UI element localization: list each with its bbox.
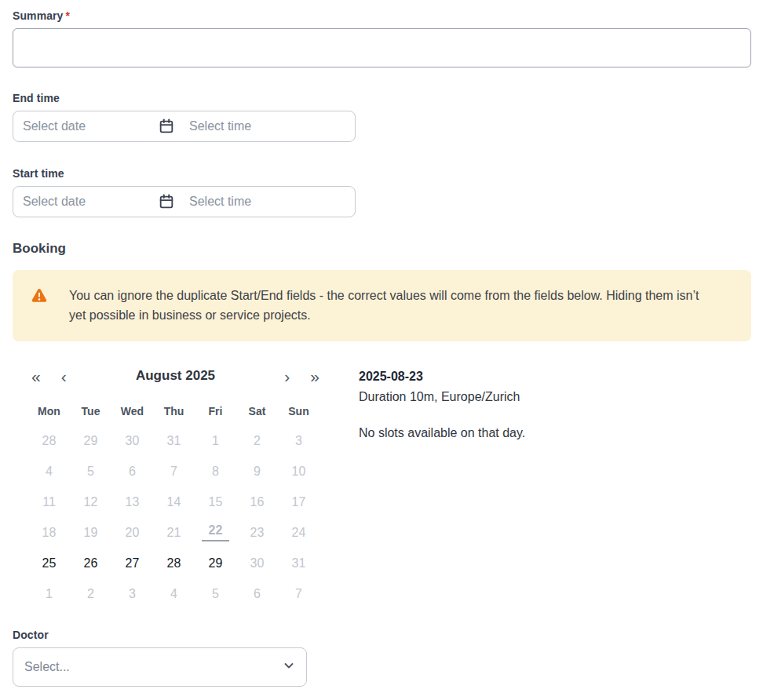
calendar-day: 19 — [70, 517, 111, 548]
weekday-label: Sun — [278, 405, 319, 421]
calendar-day: 5 — [70, 456, 111, 487]
start-time-field[interactable] — [13, 186, 356, 217]
start-time-input[interactable] — [189, 195, 352, 209]
calendar-day: 9 — [236, 456, 278, 487]
calendar-month-title: August 2025 — [70, 368, 282, 384]
calendar-day: 31 — [278, 548, 319, 578]
slot-panel: 2025-08-23 Duration 10m, Europe/Zurich N… — [359, 364, 525, 609]
calendar-day: 28 — [28, 425, 70, 456]
calendar: « ‹ August 2025 › » Mon Tue Wed Thu Fri … — [13, 364, 323, 609]
prev-month-button[interactable]: ‹ — [58, 368, 70, 385]
calendar-day: 21 — [153, 517, 195, 548]
required-asterisk: * — [66, 9, 71, 22]
calendar-day: 3 — [111, 578, 153, 609]
warning-icon — [31, 288, 47, 306]
doctor-field-block: Doctor Select... — [13, 629, 751, 687]
start-time-label: Start time — [13, 167, 751, 180]
doctor-select[interactable]: Select... — [13, 647, 307, 687]
no-slots-message: No slots available on that day. — [359, 426, 525, 440]
doctor-select-placeholder: Select... — [24, 660, 70, 674]
calendar-day: 14 — [153, 487, 195, 517]
calendar-day: 7 — [278, 578, 319, 609]
end-date-input[interactable] — [23, 119, 158, 133]
doctor-label: Doctor — [13, 629, 751, 641]
calendar-day: 17 — [278, 487, 319, 517]
summary-input[interactable] — [13, 28, 751, 67]
calendar-day: 1 — [28, 578, 70, 609]
calendar-icon — [158, 118, 175, 135]
calendar-day: 11 — [28, 487, 70, 517]
calendar-day: 23 — [236, 517, 278, 548]
calendar-day: 1 — [195, 425, 236, 456]
chevron-down-icon — [283, 659, 295, 675]
calendar-day[interactable]: 26 — [70, 548, 111, 578]
calendar-day[interactable]: 29 — [195, 548, 236, 578]
calendar-day: 31 — [153, 425, 195, 456]
weekday-label: Wed — [111, 405, 153, 421]
booking-heading: Booking — [13, 241, 751, 257]
calendar-day: 24 — [278, 517, 319, 548]
calendar-day: 12 — [70, 487, 111, 517]
calendar-day: 22 — [195, 517, 236, 548]
start-date-input[interactable] — [23, 195, 158, 209]
calendar-header: « ‹ August 2025 › » — [28, 364, 323, 388]
weekday-label: Mon — [28, 405, 70, 421]
weekday-label: Tue — [70, 405, 111, 421]
end-time-field[interactable] — [13, 111, 356, 142]
selected-date: 2025-08-23 — [359, 370, 525, 384]
calendar-day: 3 — [278, 425, 319, 456]
calendar-day: 2 — [236, 425, 278, 456]
duration-timezone: Duration 10m, Europe/Zurich — [359, 390, 525, 404]
calendar-day[interactable]: 27 — [111, 548, 153, 578]
end-time-label: End time — [13, 92, 751, 104]
calendar-day: 2 — [70, 578, 111, 609]
booking-widget: « ‹ August 2025 › » Mon Tue Wed Thu Fri … — [13, 364, 751, 609]
weekday-label: Sat — [236, 405, 278, 421]
summary-label-text: Summary — [13, 9, 64, 22]
calendar-day: 4 — [28, 456, 70, 487]
calendar-day: 4 — [153, 578, 195, 609]
prev-year-button[interactable]: « — [28, 368, 44, 385]
weekday-label: Thu — [153, 405, 195, 421]
calendar-day: 7 — [153, 456, 195, 487]
calendar-day: 5 — [195, 578, 236, 609]
weekday-label: Fri — [195, 405, 236, 421]
warning-alert-text: You can ignore the duplicate Start/End f… — [69, 286, 709, 325]
calendar-day[interactable]: 28 — [153, 548, 195, 578]
next-year-button[interactable]: » — [307, 368, 323, 385]
calendar-day: 16 — [236, 487, 278, 517]
calendar-icon — [158, 193, 175, 210]
calendar-day[interactable]: 25 — [28, 548, 70, 578]
warning-alert: You can ignore the duplicate Start/End f… — [13, 270, 751, 341]
calendar-day: 13 — [111, 487, 153, 517]
calendar-day: 20 — [111, 517, 153, 548]
calendar-day: 29 — [70, 425, 111, 456]
calendar-day: 6 — [111, 456, 153, 487]
calendar-day: 15 — [195, 487, 236, 517]
end-time-input[interactable] — [189, 119, 352, 133]
calendar-day: 6 — [236, 578, 278, 609]
calendar-day: 30 — [111, 425, 153, 456]
calendar-day: 8 — [195, 456, 236, 487]
calendar-day: 18 — [28, 517, 70, 548]
calendar-day: 30 — [236, 548, 278, 578]
calendar-grid: 2829303112345678910111213141516171819202… — [28, 425, 323, 609]
next-month-button[interactable]: › — [281, 368, 293, 385]
calendar-day: 10 — [278, 456, 319, 487]
summary-label: Summary* — [13, 9, 751, 22]
calendar-weekday-row: Mon Tue Wed Thu Fri Sat Sun — [28, 405, 323, 421]
